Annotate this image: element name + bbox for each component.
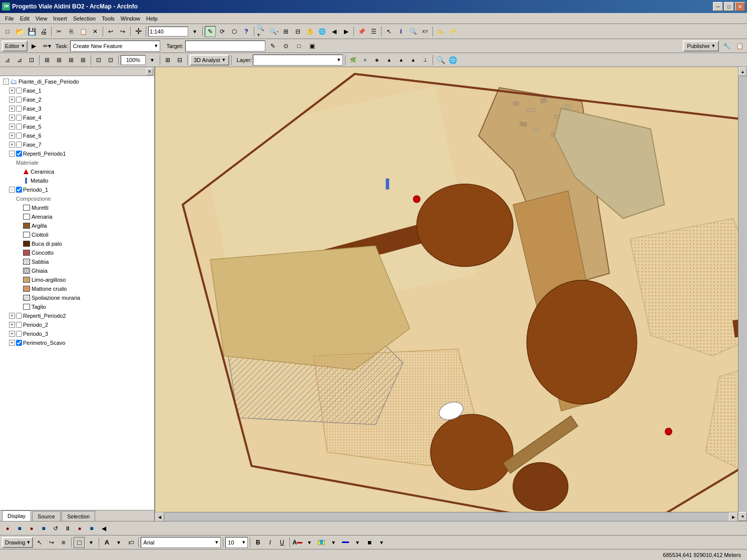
map-tb-btn7[interactable]: ●: [74, 523, 85, 534]
toc-ciottoli[interactable]: Ciottoli: [1, 230, 153, 239]
polygon-btn[interactable]: ⬡: [229, 26, 240, 37]
text-dropdown-btn[interactable]: ▾: [113, 537, 124, 548]
toc-root[interactable]: - 🗂 Piante_di_Fase_Periodo: [1, 77, 153, 86]
edit-tool-btn[interactable]: ✎: [205, 26, 216, 37]
toc-concotto[interactable]: Concotto: [1, 248, 153, 257]
panel-close-btn[interactable]: ✕: [146, 68, 153, 75]
toc-periodo1[interactable]: - Periodo_1: [1, 185, 153, 194]
measure-btn[interactable]: 📐: [435, 26, 446, 37]
font-dropdown[interactable]: Arial ▾: [141, 537, 221, 548]
font-color-btn[interactable]: A: [292, 537, 303, 548]
toc-fase2[interactable]: + Fase_2: [1, 95, 153, 104]
t2-globe-btn[interactable]: 🌐: [447, 55, 458, 66]
fase1-checkbox[interactable]: [16, 88, 22, 94]
sketch-btn[interactable]: ✎: [267, 41, 278, 52]
fill-color-btn[interactable]: 🪣: [316, 537, 327, 548]
fase2-expand[interactable]: +: [9, 97, 15, 103]
save-btn[interactable]: 💾: [26, 26, 37, 37]
text-btn[interactable]: A: [101, 537, 112, 548]
spatial-btn[interactable]: ☰: [368, 26, 379, 37]
shadow-arrow[interactable]: ▾: [376, 537, 387, 548]
zoom-in-btn[interactable]: 🔍+: [256, 26, 267, 37]
italic-btn[interactable]: I: [264, 537, 275, 548]
toc-container[interactable]: - 🗂 Piante_di_Fase_Periodo + Fase_1 + Fa…: [0, 76, 154, 510]
pencil-dropdown-btn[interactable]: ✏▾: [41, 41, 54, 52]
toc-muretti[interactable]: Muretti: [1, 203, 153, 212]
edit-vertices-btn[interactable]: ⊙: [280, 41, 291, 52]
periodo2-expand[interactable]: +: [9, 322, 15, 328]
toc-metallo[interactable]: Metallo: [1, 176, 153, 185]
t2-icon5[interactable]: ▲: [396, 55, 407, 66]
rotate-tool-btn[interactable]: ↪: [46, 537, 57, 548]
tab-source[interactable]: Source: [32, 511, 61, 521]
close-button[interactable]: ✕: [735, 2, 745, 11]
line-color-btn[interactable]: [340, 537, 351, 548]
print-btn[interactable]: 🖨: [38, 26, 49, 37]
reperti1-expand[interactable]: -: [9, 151, 15, 157]
map-tb-btn9[interactable]: ◀: [98, 523, 109, 534]
clear-sel-btn[interactable]: ⊡: [105, 55, 116, 66]
menu-tools[interactable]: Tools: [99, 15, 118, 23]
select2-btn[interactable]: ⊡: [93, 55, 104, 66]
toc-perimetro[interactable]: + Perimetro_Scavo: [1, 338, 153, 347]
toc-mattone[interactable]: Mattone crudo: [1, 284, 153, 293]
toc-taglio[interactable]: Taglio: [1, 302, 153, 311]
root-expand[interactable]: -: [3, 79, 9, 85]
identify-btn[interactable]: ?: [241, 26, 252, 37]
new-btn[interactable]: □: [2, 26, 13, 37]
fase3-checkbox[interactable]: [16, 106, 22, 112]
arrow-tool-btn[interactable]: ↖: [34, 537, 45, 548]
delete-btn[interactable]: ✕: [90, 26, 101, 37]
fase6-expand[interactable]: +: [9, 133, 15, 139]
menu-selection[interactable]: Selection: [70, 15, 99, 23]
perimetro-expand[interactable]: +: [9, 340, 15, 346]
rect-dropdown-btn[interactable]: ▾: [86, 537, 97, 548]
cut-polygon-btn[interactable]: ▣: [306, 41, 317, 52]
globe-btn[interactable]: 🌐: [316, 26, 327, 37]
open-btn[interactable]: 📂: [14, 26, 25, 37]
periodo2-checkbox[interactable]: [16, 322, 22, 328]
fase7-checkbox[interactable]: [16, 142, 22, 148]
toc-spoliazione[interactable]: Spoliazione muraria: [1, 293, 153, 302]
toc-fase1[interactable]: + Fase_1: [1, 86, 153, 95]
flash-btn[interactable]: ⚡: [447, 26, 458, 37]
task-dropdown[interactable]: Create New Feature ▾: [70, 41, 160, 52]
target-dropdown[interactable]: [185, 41, 265, 52]
scale-dropdown-btn[interactable]: ▾: [189, 26, 200, 37]
zoom-full-btn[interactable]: ⊞: [280, 26, 291, 37]
maximize-button[interactable]: □: [724, 2, 734, 11]
toc-periodo3[interactable]: + Periodo_3: [1, 329, 153, 338]
editor-dropdown[interactable]: Editor ▾: [2, 41, 28, 52]
forward-btn[interactable]: ▶: [340, 26, 351, 37]
cut-btn[interactable]: ✂: [54, 26, 65, 37]
scroll-down-btn[interactable]: ▼: [738, 512, 747, 521]
toc-fase6[interactable]: + Fase_6: [1, 131, 153, 140]
scroll-right-btn[interactable]: ▶: [729, 512, 738, 521]
tab-selection[interactable]: Selection: [62, 511, 95, 521]
nav3-btn[interactable]: ⊡: [26, 55, 37, 66]
publisher-tool2[interactable]: 📋: [734, 41, 745, 52]
menu-view[interactable]: View: [33, 15, 51, 23]
map-tb-btn2[interactable]: ■: [14, 523, 25, 534]
size-dropdown[interactable]: 10 ▾: [225, 537, 248, 548]
hscroll-track[interactable]: [164, 512, 729, 521]
full-extent-btn[interactable]: ⊞: [162, 55, 173, 66]
rect-tool-btn[interactable]: □: [74, 537, 85, 548]
periodo1-expand[interactable]: -: [9, 187, 15, 193]
bookmark-btn[interactable]: 📌: [356, 26, 367, 37]
fase6-checkbox[interactable]: [16, 133, 22, 139]
layer-dropdown[interactable]: ▾: [253, 55, 343, 66]
t2-icon7[interactable]: ⊥: [420, 55, 431, 66]
toc-ceramica[interactable]: Ceramica: [1, 167, 153, 176]
zoom-extent-btn[interactable]: ⊟: [292, 26, 303, 37]
tab-display[interactable]: Display: [2, 510, 31, 521]
fase5-expand[interactable]: +: [9, 124, 15, 130]
copy-btn[interactable]: ⎘: [66, 26, 77, 37]
zoom-out-btn[interactable]: 🔍-: [268, 26, 279, 37]
map-tb-btn6[interactable]: ⏸: [62, 523, 73, 534]
undo-btn[interactable]: ↩: [105, 26, 116, 37]
find-btn[interactable]: 🔍: [408, 26, 419, 37]
toc-limo[interactable]: Limo-argilloso: [1, 275, 153, 284]
scale-input[interactable]: [148, 27, 188, 37]
fase2-checkbox[interactable]: [16, 97, 22, 103]
